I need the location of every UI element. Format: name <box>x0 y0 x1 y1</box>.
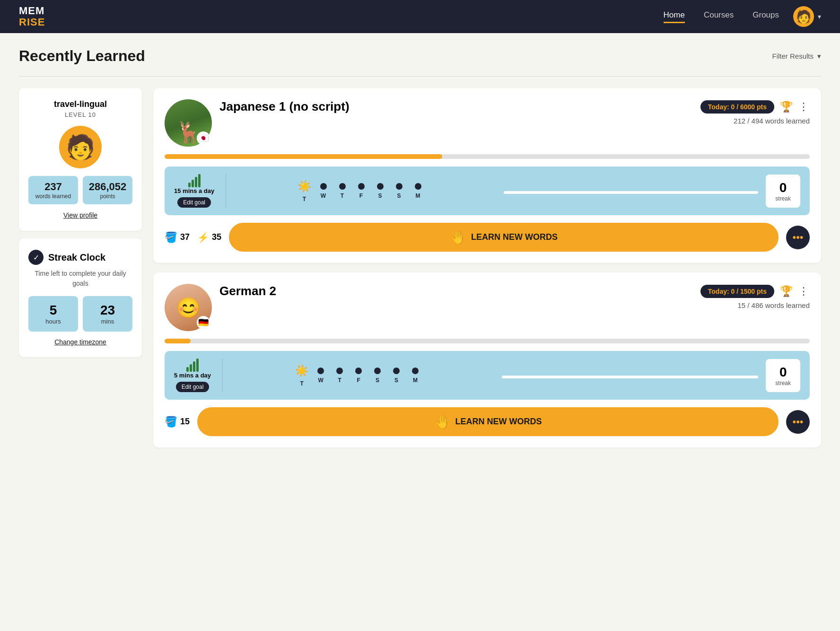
more-circle-icon-german: ••• <box>792 416 803 428</box>
day-s1-japanese: S <box>371 183 390 199</box>
page-header: Recently Learned Filter Results ▾ <box>19 47 821 65</box>
day-t2-japanese: T <box>333 183 352 199</box>
filter-chevron-icon: ▾ <box>817 52 821 61</box>
nav-groups[interactable]: Groups <box>752 10 779 23</box>
main-layout: travel-lingual LEVEL 10 🧑 237 words lear… <box>19 88 821 447</box>
points-count: 286,052 <box>87 181 129 193</box>
day-s2-japanese: S <box>390 183 409 199</box>
learn-btn-japanese[interactable]: 🤚 LEARN NEW WORDS <box>229 223 779 252</box>
trophy-icon-german: 🏆 <box>780 285 793 298</box>
main-nav: Home Courses Groups <box>664 10 779 23</box>
today-badge-japanese[interactable]: Today: 0 / 6000 pts <box>700 100 774 114</box>
profile-level: LEVEL 10 <box>28 111 132 118</box>
lightning-icon-japanese: ⚡ <box>197 232 209 243</box>
edit-goal-btn-japanese[interactable]: Edit goal <box>177 197 211 208</box>
page-divider <box>19 76 821 77</box>
sidebar: travel-lingual LEVEL 10 🧑 237 words lear… <box>19 88 142 447</box>
view-profile-link[interactable]: View profile <box>63 211 97 219</box>
avatar[interactable]: 🧑 <box>793 6 814 27</box>
german-flag: 🇩🇪 <box>197 316 210 329</box>
streak-num-german: 0 <box>775 365 791 380</box>
learn-btn-label-german: LEARN NEW WORDS <box>455 417 542 427</box>
header: MEM RiSE Home Courses Groups 🧑 ▾ <box>0 0 840 33</box>
more-circle-icon-japanese: ••• <box>792 231 803 244</box>
stats-panel-japanese: 15 mins a day Edit goal ☀️ T W <box>165 167 810 215</box>
profile-card: travel-lingual LEVEL 10 🧑 237 words lear… <box>19 88 142 231</box>
mins-count: 23 <box>87 303 129 318</box>
days-section-german: ☀️ T W T F <box>223 364 494 387</box>
words-progress-german: 15 / 486 words learned <box>219 301 810 309</box>
goal-text-japanese: 15 mins a day <box>174 187 214 194</box>
hand-icon-japanese: 🤚 <box>450 229 466 245</box>
logo: MEM RiSE <box>19 5 664 28</box>
nav-courses[interactable]: Courses <box>704 10 734 23</box>
action-row-japanese: 🪣 37 ⚡ 35 🤚 LEARN NEW WORDS ••• <box>165 223 810 252</box>
edit-goal-btn-german[interactable]: Edit goal <box>176 382 210 392</box>
course-card-japanese: 🇯🇵 Japanese 1 (no script) Today: 0 / 600… <box>153 88 821 263</box>
learn-btn-german[interactable]: 🤚 LEARN NEW WORDS <box>197 407 779 436</box>
filter-results[interactable]: Filter Results ▾ <box>772 52 821 61</box>
filter-label: Filter Results <box>772 52 814 60</box>
streak-label-japanese: streak <box>775 195 791 202</box>
day-t2-german: T <box>330 368 349 384</box>
streak-desc: Time left to complete your daily goals <box>28 269 132 289</box>
course-image-wrap-german: 😊 🇩🇪 <box>165 284 212 331</box>
courses-area: 🇯🇵 Japanese 1 (no script) Today: 0 / 600… <box>153 88 821 447</box>
day-sun-japanese: ☀️ T <box>295 180 314 202</box>
more-options-german[interactable]: ⋮ <box>798 285 810 298</box>
day-m-japanese: M <box>409 183 428 199</box>
stats-row: 237 words learned 286,052 points <box>28 176 132 204</box>
bar-chart-icon-german <box>186 359 199 372</box>
goal-section-german: 5 mins a day Edit goal <box>174 359 223 392</box>
more-circle-japanese[interactable]: ••• <box>786 226 810 249</box>
course-header-japanese: 🇯🇵 Japanese 1 (no script) Today: 0 / 600… <box>165 99 810 147</box>
hand-icon-german: 🤚 <box>434 414 451 429</box>
progress-bar-fill-japanese <box>165 154 442 159</box>
more-options-japanese[interactable]: ⋮ <box>798 101 810 113</box>
watering-group-german: 🪣 15 <box>165 416 190 428</box>
watering-group-japanese: 🪣 37 <box>165 231 190 244</box>
course-title-japanese: Japanese 1 (no script) <box>219 99 350 114</box>
streak-label-german: streak <box>775 380 791 386</box>
lightning-count-japanese: 35 <box>212 232 221 242</box>
course-title-actions-german: Today: 0 / 1500 pts 🏆 ⋮ <box>700 285 810 298</box>
goal-text-german: 5 mins a day <box>174 372 211 379</box>
change-timezone-link[interactable]: Change timezone <box>28 338 132 346</box>
logo-line2: RiSE <box>19 16 45 28</box>
streak-clock-card: ✓ Streak Clock Time left to complete you… <box>19 238 142 357</box>
hours-label: hours <box>32 318 74 325</box>
time-row: 5 hours 23 mins <box>28 296 132 332</box>
lightning-group-japanese: ⚡ 35 <box>197 232 221 243</box>
progress-bar-german <box>165 339 810 343</box>
chevron-down-icon[interactable]: ▾ <box>818 13 821 20</box>
course-card-german: 😊 🇩🇪 German 2 Today: 0 / 1500 pts 🏆 ⋮ <box>153 272 821 447</box>
day-m-german: M <box>406 368 425 384</box>
days-section-japanese: ☀️ T W T F <box>226 180 496 202</box>
course-header-german: 😊 🇩🇪 German 2 Today: 0 / 1500 pts 🏆 ⋮ <box>165 284 810 331</box>
course-info-german: German 2 Today: 0 / 1500 pts 🏆 ⋮ 15 / 48… <box>219 284 810 309</box>
progress-small-german <box>502 376 758 378</box>
hours-box: 5 hours <box>28 296 78 332</box>
nav-home[interactable]: Home <box>664 10 685 23</box>
mins-label: mins <box>87 318 129 325</box>
avatar-icon: 🧑 <box>796 9 811 24</box>
words-learned-count: 237 <box>32 181 74 193</box>
day-f-japanese: F <box>352 183 371 199</box>
watering-icon-japanese: 🪣 <box>165 231 177 244</box>
course-title-actions-japanese: Today: 0 / 6000 pts 🏆 ⋮ <box>700 100 810 114</box>
day-w-japanese: W <box>314 183 333 199</box>
learn-btn-label-japanese: LEARN NEW WORDS <box>471 232 558 242</box>
progress-bar-fill-german <box>165 339 191 343</box>
words-learned-box: 237 words learned <box>28 176 78 204</box>
points-box: 286,052 points <box>83 176 132 204</box>
page-title: Recently Learned <box>19 47 145 65</box>
progress-small-wrap-german <box>494 373 766 378</box>
today-badge-german[interactable]: Today: 0 / 1500 pts <box>700 285 774 298</box>
profile-username: travel-lingual <box>28 99 132 109</box>
more-circle-german[interactable]: ••• <box>786 410 810 434</box>
course-title-row-japanese: Japanese 1 (no script) Today: 0 / 6000 p… <box>219 99 810 114</box>
user-area: 🧑 ▾ <box>793 6 821 27</box>
streak-title-row: ✓ Streak Clock <box>28 250 132 265</box>
words-learned-label: words learned <box>32 193 74 200</box>
day-w-german: W <box>311 368 330 384</box>
